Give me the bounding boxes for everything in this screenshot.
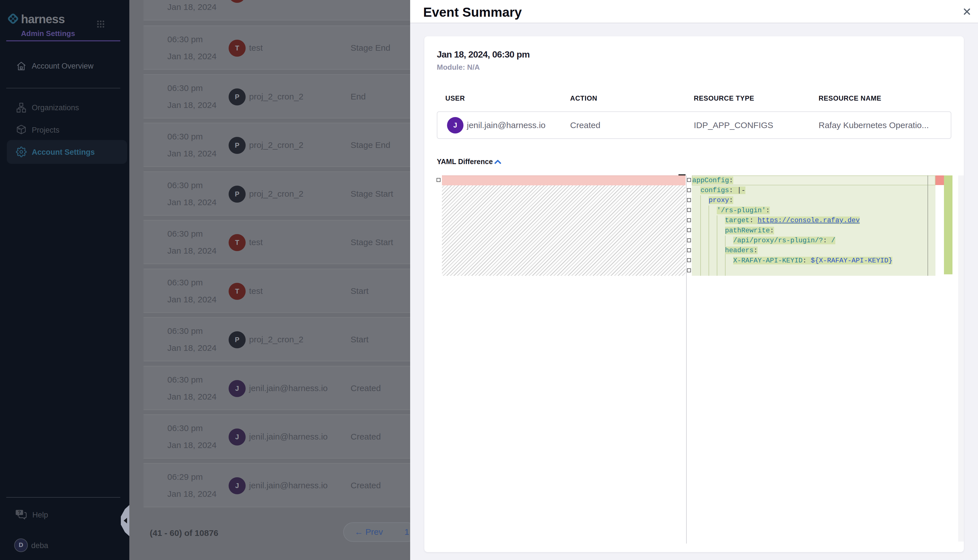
svg-text:?: ? <box>18 510 21 515</box>
